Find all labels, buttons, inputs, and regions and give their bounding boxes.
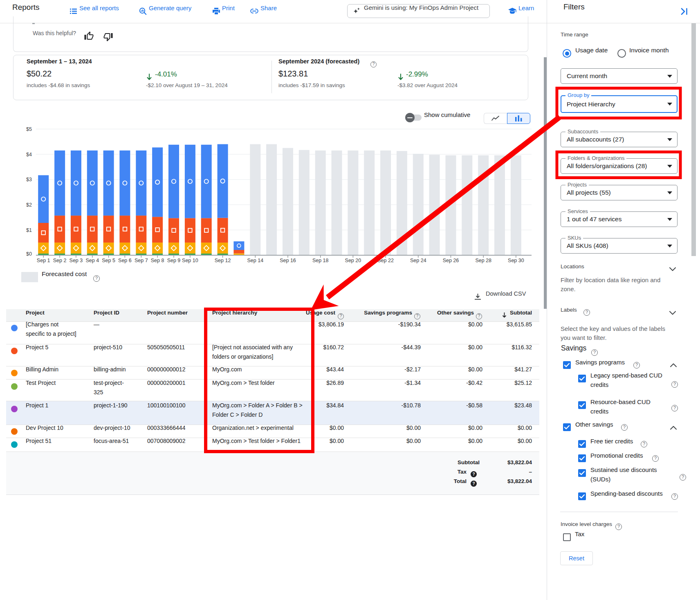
svg-text:Sep 3: Sep 3 xyxy=(70,258,83,263)
svg-text:Sep 5: Sep 5 xyxy=(102,258,115,263)
svg-text:Sep 4: Sep 4 xyxy=(85,258,99,263)
svg-text:$3: $3 xyxy=(26,177,32,182)
svg-text:Sep 26: Sep 26 xyxy=(443,258,459,263)
svg-text:Sep 16: Sep 16 xyxy=(280,258,296,263)
svg-text:$5: $5 xyxy=(26,126,32,132)
svg-text:Sep 22: Sep 22 xyxy=(377,258,394,263)
svg-text:Sep 7: Sep 7 xyxy=(135,258,148,263)
svg-text:Sep 28: Sep 28 xyxy=(475,258,491,263)
svg-text:Sep 8: Sep 8 xyxy=(151,258,164,263)
svg-text:Sep 10: Sep 10 xyxy=(182,258,198,263)
svg-text:Sep 12: Sep 12 xyxy=(215,258,231,263)
svg-text:Sep 20: Sep 20 xyxy=(345,258,361,263)
svg-text:Sep 2: Sep 2 xyxy=(53,258,67,263)
svg-text:Sep 1: Sep 1 xyxy=(37,258,50,263)
svg-text:$1: $1 xyxy=(26,227,32,233)
svg-text:Sep 30: Sep 30 xyxy=(508,258,524,263)
svg-text:Sep 18: Sep 18 xyxy=(312,258,329,263)
svg-text:Sep 6: Sep 6 xyxy=(118,258,132,263)
svg-text:Sep 24: Sep 24 xyxy=(410,258,426,263)
svg-text:Sep 14: Sep 14 xyxy=(247,258,263,263)
svg-text:Sep 9: Sep 9 xyxy=(167,258,181,263)
svg-text:$4: $4 xyxy=(26,152,32,157)
svg-text:$2: $2 xyxy=(26,202,32,208)
svg-text:$0: $0 xyxy=(26,251,32,257)
